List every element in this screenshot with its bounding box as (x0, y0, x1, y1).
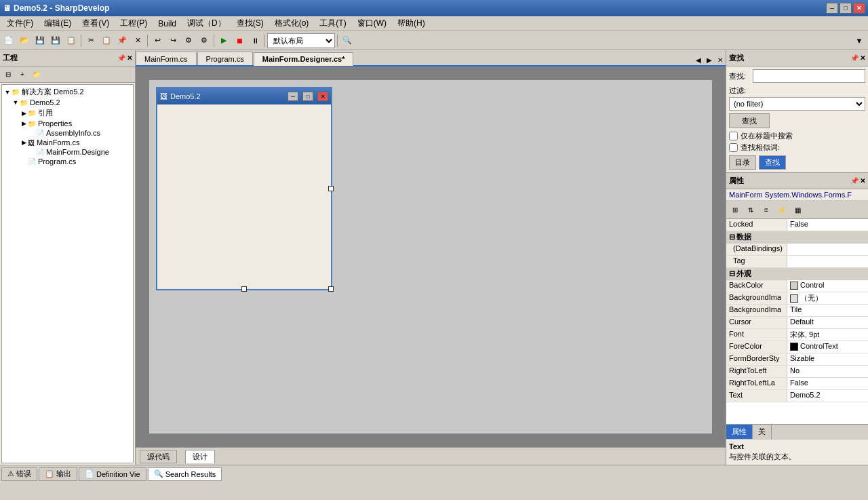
resize-handle-right[interactable] (328, 186, 334, 191)
menu-item-build[interactable]: Build (153, 18, 182, 30)
tab-scroll-right[interactable]: ▶ (704, 54, 715, 65)
menu-item-d[interactable]: 调试（D） (182, 16, 231, 31)
form-close-button[interactable]: ✕ (317, 92, 328, 101)
paste-button[interactable]: 📌 (115, 33, 130, 48)
form-max-button[interactable]: □ (302, 92, 313, 101)
menu-item-p[interactable]: 工程(P) (115, 16, 153, 31)
props-tab-events[interactable]: 关 (753, 425, 772, 439)
tree-item[interactable]: ▶📁Properties (3, 119, 132, 128)
redo-button[interactable]: ↪ (165, 33, 180, 48)
tab-mainform-cs[interactable]: MainForm.cs (136, 52, 197, 65)
menu-item-e[interactable]: 编辑(E) (39, 16, 77, 31)
save-all-button[interactable]: 💾 (48, 33, 63, 48)
prop-value[interactable]: ControlText (787, 341, 868, 353)
tree-item[interactable]: 📄AssemblyInfo.cs (3, 128, 132, 138)
build-btn[interactable]: ⚙ (181, 33, 196, 48)
menu-item-w[interactable]: 窗口(W) (352, 16, 392, 31)
save-button[interactable]: 💾 (33, 33, 47, 48)
menu-item-o[interactable]: 格式化(o) (269, 16, 315, 31)
bottom-tab-search-results[interactable]: 🔍Search Results (148, 467, 222, 481)
prop-value[interactable]: Tile (787, 305, 868, 316)
tab-close[interactable]: ✕ (715, 54, 726, 65)
folder-button[interactable]: 📁 (30, 69, 43, 81)
tree-item[interactable]: ▼📁Demo5.2 (3, 98, 132, 107)
tree-item[interactable]: 📄Program.cs (3, 157, 132, 166)
bottom-tab-错误[interactable]: ⚠错误 (1, 467, 37, 481)
tab-mainform-designer-cs[interactable]: MainForm.Designer.cs* (254, 52, 354, 66)
prop-value[interactable]: False (787, 219, 868, 231)
props-list-button[interactable]: ≡ (759, 202, 774, 217)
prop-value[interactable]: （无） (787, 292, 868, 304)
resize-handle-bottom-mid[interactable] (241, 286, 247, 292)
search-pin-icon[interactable]: 📌 (850, 54, 859, 62)
search-close-icon[interactable]: ✕ (860, 54, 865, 62)
prop-value[interactable]: False (787, 378, 868, 389)
new-file-button[interactable]: 📄 (1, 33, 16, 48)
debug2-button[interactable]: ⏸ (248, 33, 262, 48)
menu-item-s[interactable]: 查找(S) (231, 16, 269, 31)
design-view-button[interactable]: 设计 (185, 450, 215, 463)
prop-value[interactable] (787, 244, 868, 255)
prop-value[interactable]: Sizable (787, 353, 868, 365)
search-query-input[interactable] (753, 69, 865, 83)
run-button[interactable]: ▶ (216, 33, 231, 48)
bottom-tab-definition-vie[interactable]: 📄Definition Vie (79, 467, 146, 481)
props-pin-icon[interactable]: 📌 (850, 177, 859, 185)
minimize-button[interactable]: ─ (826, 3, 838, 14)
titlebar-left: 🖥 Demo5.2 - SharpDevelop (3, 3, 109, 13)
form-min-button[interactable]: ─ (288, 92, 298, 101)
search-button[interactable]: 🔍 (340, 33, 355, 48)
form-preview[interactable]: 🖼 Demo5.2 ─ □ ✕ (156, 87, 332, 290)
project-pin-icon[interactable]: 📌 (117, 54, 125, 62)
tab-scroll-left[interactable]: ◀ (693, 54, 704, 65)
tree-item[interactable]: ▼📁解决方案 Demo5.2 (3, 86, 132, 98)
debug-button[interactable]: ⏹ (232, 33, 247, 48)
search-similar-checkbox[interactable] (729, 143, 738, 152)
props-tab-properties[interactable]: 属性 (726, 425, 753, 439)
project-close-icon[interactable]: ✕ (127, 54, 132, 62)
copy-button[interactable]: 📋 (99, 33, 114, 48)
menu-item-f[interactable]: 文件(F) (1, 16, 39, 31)
props-close-icon[interactable]: ✕ (860, 177, 865, 185)
extra-button[interactable]: ▼ (852, 33, 867, 48)
designer-area[interactable]: 🖼 Demo5.2 ─ □ ✕ (136, 66, 726, 447)
search-execute-button[interactable]: 查找 (729, 113, 770, 128)
open-button[interactable]: 📂 (17, 33, 32, 48)
prop-row-tag: Tag (726, 256, 868, 268)
prop-value[interactable] (787, 256, 868, 267)
search-query-row: 查找: (729, 69, 865, 83)
add-item-button[interactable]: + (16, 69, 29, 81)
undo-button[interactable]: ↩ (150, 33, 165, 48)
menu-item-t[interactable]: 工具(T) (314, 16, 351, 31)
save-copy-button[interactable]: 📋 (64, 33, 79, 48)
tree-item[interactable]: ▶🖼MainForm.cs (3, 138, 132, 147)
maximize-button[interactable]: □ (840, 3, 852, 14)
prop-value[interactable]: Control (787, 280, 868, 292)
search-tab-search[interactable]: 查找 (759, 155, 786, 170)
props-extra-button[interactable]: ▦ (790, 202, 805, 217)
tree-item[interactable]: ▶📁引用 (3, 107, 132, 119)
close-button[interactable]: ✕ (853, 3, 865, 14)
collapse-all-button[interactable]: ⊟ (1, 69, 15, 81)
layout-dropdown[interactable]: 默认布局 (267, 33, 335, 48)
menu-item-h[interactable]: 帮助(H) (392, 16, 431, 31)
bottom-tab-输出[interactable]: 📋输出 (39, 467, 77, 481)
search-filter-dropdown[interactable]: (no filter) (729, 97, 865, 111)
source-view-button[interactable]: 源代码 (140, 450, 177, 463)
resize-handle-bottom-right[interactable] (328, 286, 334, 292)
menu-item-v[interactable]: 查看(V) (77, 16, 115, 31)
prop-value[interactable]: Default (787, 317, 868, 328)
prop-value[interactable]: Demo5.2 (787, 390, 868, 402)
props-alpha-button[interactable]: ⇅ (743, 202, 758, 217)
build2-btn[interactable]: ⚙ (197, 33, 212, 48)
props-event-button[interactable]: ⚡ (774, 202, 789, 217)
prop-value[interactable]: 宋体, 9pt (787, 329, 868, 341)
search-tab-contents[interactable]: 目录 (729, 155, 756, 170)
tree-item[interactable]: 📄MainForm.Designe (3, 147, 132, 157)
props-category-button[interactable]: ⊞ (728, 202, 743, 217)
search-title-only-checkbox[interactable] (729, 132, 738, 140)
prop-value[interactable]: No (787, 366, 868, 377)
delete-button[interactable]: ✕ (130, 33, 145, 48)
tab-program-cs[interactable]: Program.cs (197, 52, 253, 65)
cut-button[interactable]: ✂ (83, 33, 98, 48)
